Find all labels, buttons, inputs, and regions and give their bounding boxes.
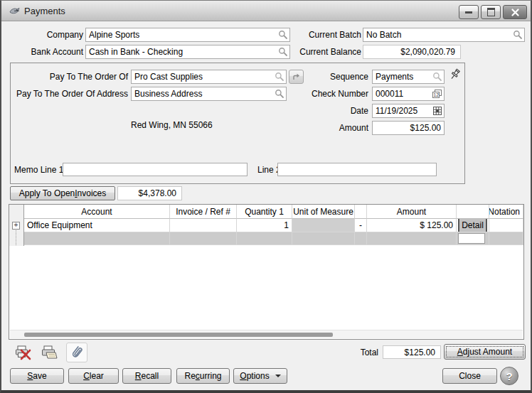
date-label: Date bbox=[303, 106, 368, 117]
save-button[interactable]: Save bbox=[10, 368, 64, 384]
grid-horizontal-scrollbar[interactable] bbox=[10, 330, 523, 338]
auto-number-icon[interactable]: 12 bbox=[432, 89, 442, 99]
row2-invoice-cell bbox=[170, 232, 237, 245]
pay-to-input[interactable] bbox=[132, 72, 275, 82]
calendar-icon[interactable] bbox=[432, 106, 442, 116]
close-button[interactable]: Close bbox=[442, 368, 497, 384]
pay-to-field[interactable] bbox=[131, 70, 287, 84]
attachment-button[interactable] bbox=[66, 343, 87, 362]
options-button[interactable]: Options bbox=[233, 368, 287, 384]
company-field[interactable] bbox=[85, 28, 290, 42]
col-header-notation[interactable]: Notation bbox=[489, 205, 523, 219]
col-header-detail bbox=[457, 205, 489, 219]
row1-notation-cell[interactable] bbox=[489, 219, 523, 232]
row2-uom-cell bbox=[292, 232, 355, 245]
amount-label: Amount bbox=[303, 123, 368, 134]
row2-notation-cell bbox=[489, 232, 523, 245]
pay-to-lookup-icon[interactable] bbox=[275, 72, 284, 82]
total-value: $125.00 bbox=[383, 345, 441, 359]
apply-to-open-invoices-button[interactable]: Apply To Open Invoices bbox=[10, 186, 115, 200]
close-icon bbox=[511, 9, 519, 16]
help-button[interactable]: ? bbox=[500, 367, 518, 385]
bank-account-input[interactable] bbox=[86, 47, 278, 57]
col-header-separator bbox=[355, 205, 367, 219]
row1-quantity-cell[interactable]: 1 bbox=[237, 219, 292, 232]
row2-detail-cell bbox=[457, 232, 489, 245]
memo-line1-field[interactable] bbox=[63, 163, 248, 176]
options-button-label: Options bbox=[240, 371, 269, 381]
memo-line2-field[interactable] bbox=[277, 163, 437, 176]
current-batch-field[interactable] bbox=[363, 28, 525, 42]
pay-to-address-lookup-icon[interactable] bbox=[275, 89, 284, 99]
row2-quantity-cell bbox=[237, 232, 292, 245]
current-batch-input[interactable] bbox=[363, 30, 513, 40]
help-icon: ? bbox=[506, 370, 512, 382]
payments-window: Payments Company Current Batch Bank Acco… bbox=[0, 0, 532, 393]
sequence-input[interactable] bbox=[373, 72, 432, 82]
memo-line1-label: Memo Line 1 bbox=[14, 165, 63, 176]
bank-account-label: Bank Account bbox=[14, 47, 83, 58]
row2-account-cell bbox=[24, 232, 170, 245]
minimize-button[interactable] bbox=[459, 5, 479, 19]
maximize-icon bbox=[487, 8, 495, 16]
titlebar[interactable]: Payments bbox=[1, 1, 531, 21]
amount-input[interactable] bbox=[373, 123, 444, 133]
pin-sequence-icon[interactable] bbox=[449, 68, 462, 83]
pay-to-address-input[interactable] bbox=[132, 89, 275, 99]
print-cancel-button[interactable] bbox=[11, 343, 34, 362]
col-header-account[interactable]: Account bbox=[24, 205, 170, 219]
row1-account-cell[interactable]: Office Equipment bbox=[24, 219, 170, 232]
clear-button[interactable]: Clear bbox=[68, 368, 119, 384]
company-input[interactable] bbox=[86, 30, 278, 40]
memo-line2-input[interactable] bbox=[278, 165, 436, 175]
total-label: Total bbox=[350, 348, 378, 358]
date-field[interactable] bbox=[372, 104, 445, 118]
current-batch-lookup-icon[interactable] bbox=[513, 30, 523, 40]
open-invoices-total-value: $4,378.00 bbox=[117, 186, 182, 200]
current-balance-value: $2,090,020.79 bbox=[363, 45, 461, 59]
current-batch-label: Current Batch bbox=[284, 30, 361, 41]
sequence-label: Sequence bbox=[307, 72, 368, 82]
print-button[interactable] bbox=[38, 343, 61, 362]
grid-scrollbar-thumb[interactable] bbox=[24, 333, 333, 337]
check-number-input[interactable] bbox=[373, 89, 432, 99]
svg-text:12: 12 bbox=[434, 92, 440, 97]
maximize-button[interactable] bbox=[481, 5, 501, 19]
col-header-quantity[interactable]: Quantity 1 bbox=[237, 205, 292, 219]
detail-button[interactable]: Detail bbox=[458, 219, 487, 232]
check-number-label: Check Number bbox=[303, 89, 368, 99]
memo-line1-input[interactable] bbox=[63, 165, 247, 175]
payments-window-icon bbox=[9, 5, 21, 17]
row1-separator-cell: - bbox=[355, 219, 367, 232]
recurring-button[interactable]: Recurring bbox=[176, 368, 230, 384]
recall-button[interactable]: Recall bbox=[122, 368, 171, 384]
date-input[interactable] bbox=[373, 106, 432, 116]
current-balance-label: Current Balance bbox=[284, 47, 361, 58]
goto-payee-button[interactable] bbox=[289, 70, 304, 84]
pay-to-address-field[interactable] bbox=[131, 87, 287, 101]
col-header-invoice[interactable]: Invoice / Ref # bbox=[170, 205, 237, 219]
amount-field[interactable] bbox=[372, 121, 445, 135]
company-label: Company bbox=[14, 30, 83, 41]
expand-row-icon[interactable]: + bbox=[12, 222, 20, 230]
close-window-button[interactable] bbox=[503, 5, 527, 19]
row2-detail-edit-cell[interactable] bbox=[458, 233, 485, 244]
sequence-lookup-icon[interactable] bbox=[432, 72, 442, 82]
bank-account-field[interactable] bbox=[85, 45, 290, 59]
row1-detail-cell: Detail bbox=[457, 219, 489, 232]
chevron-down-icon bbox=[275, 375, 281, 377]
row1-uom-cell bbox=[292, 219, 355, 232]
tree-connector bbox=[16, 230, 16, 245]
print-cancel-icon bbox=[14, 343, 32, 362]
row1-amount-cell[interactable]: $ 125.00 bbox=[367, 219, 457, 232]
col-header-uom[interactable]: Unit of Measure bbox=[292, 205, 355, 219]
check-number-field[interactable]: 12 bbox=[372, 87, 445, 101]
goto-arrow-icon bbox=[292, 72, 301, 81]
row1-invoice-cell[interactable] bbox=[170, 219, 237, 232]
sequence-field[interactable] bbox=[372, 70, 445, 84]
distribution-grid[interactable]: + Account Invoice / Ref # Quantity 1 Uni… bbox=[9, 204, 524, 340]
col-header-amount[interactable]: Amount bbox=[367, 205, 457, 219]
adjust-amount-button[interactable]: Adjust Amount bbox=[444, 344, 526, 360]
row2-amount-cell bbox=[367, 232, 457, 245]
pay-to-address-label: Pay To The Order Of Address bbox=[9, 89, 128, 99]
